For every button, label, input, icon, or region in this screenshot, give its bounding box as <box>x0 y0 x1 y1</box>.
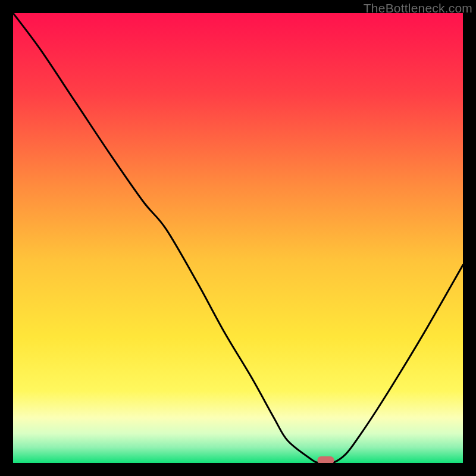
bottleneck-chart <box>13 13 463 463</box>
chart-frame: TheBottleneck.com <box>0 0 476 476</box>
optimal-marker <box>317 456 334 463</box>
watermark-text: TheBottleneck.com <box>364 1 472 15</box>
plot-area <box>13 13 463 463</box>
gradient-background <box>13 13 463 463</box>
